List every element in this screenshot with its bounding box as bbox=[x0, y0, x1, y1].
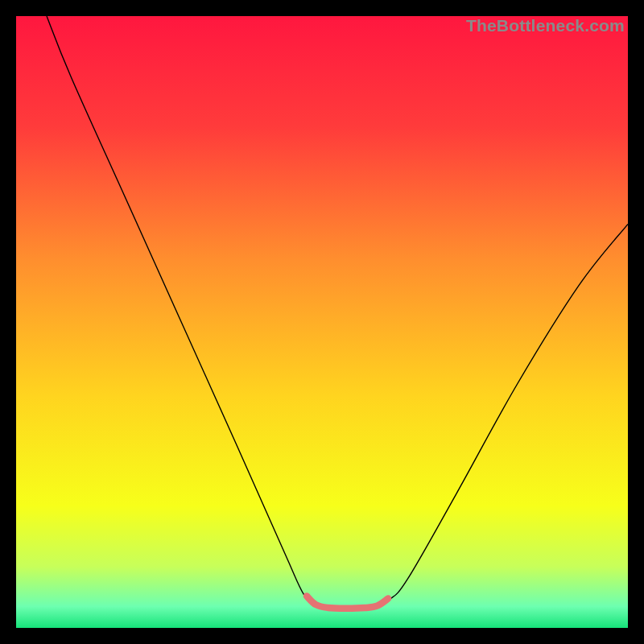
gradient-background bbox=[16, 16, 628, 628]
chart-frame: TheBottleneck.com bbox=[16, 16, 628, 628]
bottleneck-plot bbox=[16, 16, 628, 628]
watermark-text: TheBottleneck.com bbox=[466, 16, 625, 35]
